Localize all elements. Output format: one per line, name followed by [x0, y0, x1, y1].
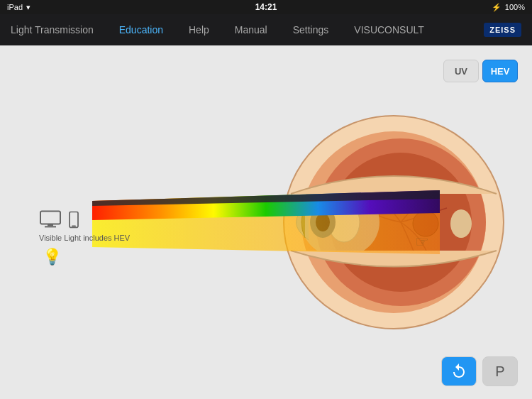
carrier-label: iPad [7, 3, 23, 11]
svg-rect-19 [70, 212, 78, 227]
bulb-icon: 💡 [43, 248, 130, 266]
light-beam-svg [92, 190, 440, 254]
filter-buttons: UV HEV [443, 60, 518, 82]
replay-button[interactable] [441, 356, 477, 386]
nav-manual[interactable]: Manual [222, 14, 280, 45]
status-right: ⚡ 100% [492, 3, 525, 12]
bluetooth-icon: ⚡ [492, 3, 501, 12]
nav-settings[interactable]: Settings [280, 14, 342, 45]
light-beam [92, 190, 440, 254]
beam-label: Visible Light includes HEV [39, 234, 130, 242]
bottom-action-buttons: P [441, 356, 518, 386]
presentation-button[interactable]: P [482, 356, 518, 386]
hev-button[interactable]: HEV [482, 60, 518, 82]
svg-rect-16 [40, 211, 60, 224]
phone-icon [68, 211, 79, 231]
zeiss-logo: ZEISS [484, 23, 521, 37]
svg-rect-20 [72, 225, 76, 226]
nav-bar: Light Transmission Education Help Manual… [0, 14, 532, 45]
status-left: iPad ▾ [7, 3, 31, 12]
svg-rect-18 [45, 226, 56, 227]
device-icons [39, 209, 130, 231]
label-area: Visible Light includes HEV 💡 [39, 209, 130, 266]
monitor-icon [39, 209, 66, 231]
nav-help[interactable]: Help [176, 14, 222, 45]
nav-visuconsult[interactable]: VISUCONSULT [341, 14, 437, 45]
nav-education[interactable]: Education [106, 14, 176, 45]
status-bar: iPad ▾ 14:21 ⚡ 100% [0, 0, 532, 14]
svg-rect-17 [48, 224, 53, 226]
wifi-icon: ▾ [26, 3, 31, 12]
replay-icon [450, 363, 467, 380]
uv-button[interactable]: UV [443, 60, 479, 82]
time-display: 14:21 [255, 2, 277, 12]
svg-point-9 [450, 209, 472, 238]
nav-light-transmission[interactable]: Light Transmission [11, 14, 106, 45]
battery-label: 100% [505, 3, 525, 11]
svg-marker-15 [92, 190, 440, 254]
main-content: UV HEV [0, 45, 532, 399]
